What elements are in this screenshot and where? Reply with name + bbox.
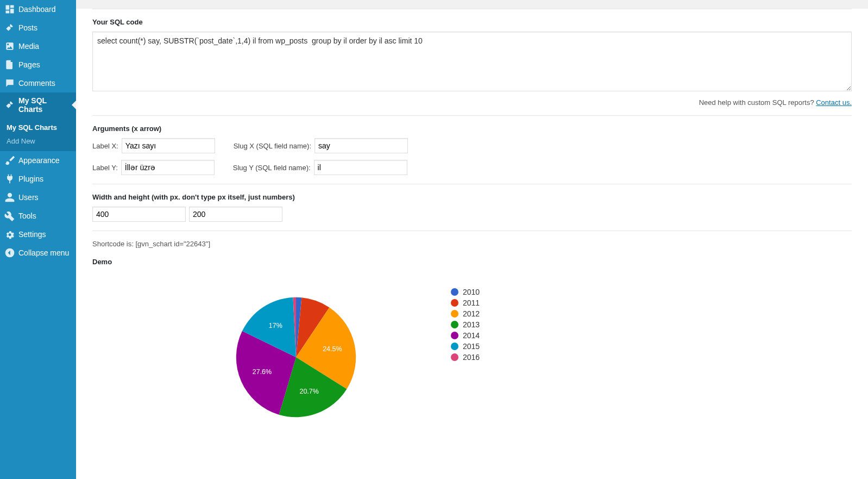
legend-item-2010[interactable]: 2010: [451, 288, 480, 296]
legend-item-2012[interactable]: 2012: [451, 309, 480, 318]
pie-chart-svg: 24.5%20.7%27.6%17%: [234, 288, 358, 427]
main-content: Move to Your SQL code select count(*) sa…: [76, 9, 868, 479]
sidebar-item-pages[interactable]: Pages: [0, 55, 76, 74]
legend-item-2015[interactable]: 2015: [451, 342, 480, 351]
sidebar-item-dashboard[interactable]: Dashboard: [0, 0, 76, 18]
sidebar-item-media[interactable]: Media: [0, 37, 76, 55]
label-x-input[interactable]: [122, 138, 215, 153]
sidebar-item-label: Users: [18, 193, 39, 202]
contact-us-link[interactable]: Contact us.: [816, 98, 852, 107]
sidebar-item-label: My SQL Charts: [18, 96, 72, 114]
pin-icon: [4, 22, 15, 33]
pie-slice-label-2012: 24.5%: [323, 345, 342, 353]
submenu-item-my-sql-charts[interactable]: My SQL Charts: [0, 121, 76, 134]
sidebar-item-tools[interactable]: Tools: [0, 207, 76, 225]
slug-x-input[interactable]: [315, 138, 408, 153]
dim-heading: Width and height (with px. don't type px…: [92, 193, 852, 201]
brush-icon: [4, 155, 15, 166]
settings-icon: [4, 229, 15, 240]
comment-icon: [4, 78, 15, 89]
pie-legend: 2010201120122013201420152016: [451, 288, 480, 364]
legend-dot-icon: [451, 353, 458, 361]
slug-x-caption: Slug X (SQL field name):: [234, 142, 311, 150]
legend-label: 2012: [463, 309, 480, 318]
admin-sidebar: DashboardPostsMediaPagesCommentsMy SQL C…: [0, 0, 76, 479]
pin-icon: [4, 99, 15, 110]
legend-label: 2010: [463, 288, 480, 296]
demo-heading: Demo: [92, 258, 852, 266]
sql-label: Your SQL code: [92, 18, 852, 26]
legend-dot-icon: [451, 288, 458, 296]
page-icon: [4, 59, 15, 70]
legend-dot-icon: [451, 299, 458, 307]
legend-item-2016[interactable]: 2016: [451, 353, 480, 362]
sidebar-item-plugins[interactable]: Plugins: [0, 170, 76, 188]
tool-icon: [4, 210, 15, 221]
height-input[interactable]: [189, 207, 282, 222]
legend-label: 2011: [463, 298, 480, 307]
label-y-caption: Label Y:: [92, 164, 118, 172]
media-icon: [4, 41, 15, 52]
sidebar-submenu: My SQL ChartsAdd New: [0, 117, 76, 151]
legend-item-2013[interactable]: 2013: [451, 320, 480, 329]
shortcode-text: Shortcode is: [gvn_schart id="22643"]: [92, 240, 852, 248]
user-icon: [4, 192, 15, 203]
pie-chart-container: 24.5%20.7%27.6%17% 201020112012201320142…: [234, 288, 852, 427]
legend-label: 2016: [463, 353, 480, 362]
arguments-heading: Arguments (x arrow): [92, 125, 852, 133]
slug-y-caption: Slug Y (SQL field name):: [233, 164, 311, 172]
sidebar-item-settings[interactable]: Settings: [0, 225, 76, 244]
legend-dot-icon: [451, 332, 458, 339]
label-x-caption: Label X:: [92, 142, 118, 150]
plug-icon: [4, 173, 15, 184]
slug-y-input[interactable]: [314, 160, 407, 175]
sidebar-item-label: Appearance: [18, 156, 60, 165]
submenu-item-add-new[interactable]: Add New: [0, 134, 76, 148]
help-line: Need help with custom SQL reports? Conta…: [92, 98, 852, 107]
sidebar-item-my-sql-charts[interactable]: My SQL Charts: [0, 92, 76, 117]
label-y-input[interactable]: [121, 160, 215, 175]
sidebar-item-users[interactable]: Users: [0, 188, 76, 207]
help-text: Need help with custom SQL reports?: [699, 98, 816, 107]
sidebar-item-label: Settings: [18, 230, 46, 239]
collapse-label: Collapse menu: [18, 248, 69, 257]
sidebar-item-label: Dashboard: [18, 5, 56, 14]
pie-slice-label-2014: 27.6%: [253, 368, 272, 376]
legend-item-2011[interactable]: 2011: [451, 298, 480, 307]
legend-dot-icon: [451, 310, 458, 318]
legend-label: 2015: [463, 342, 480, 351]
legend-label: 2014: [463, 331, 480, 340]
sidebar-item-label: Pages: [18, 60, 40, 69]
width-input[interactable]: [92, 207, 186, 222]
sidebar-item-label: Media: [18, 42, 39, 51]
legend-item-2014[interactable]: 2014: [451, 331, 480, 340]
sidebar-item-label: Plugins: [18, 175, 43, 183]
legend-label: 2013: [463, 320, 480, 329]
sidebar-item-comments[interactable]: Comments: [0, 74, 76, 92]
legend-dot-icon: [451, 343, 458, 350]
dashboard-icon: [4, 4, 15, 15]
sidebar-item-label: Posts: [18, 23, 37, 32]
pie-slice-label-2015: 17%: [269, 322, 282, 329]
collapse-menu[interactable]: Collapse menu: [0, 244, 76, 262]
pie-slice-label-2013: 20.7%: [300, 388, 319, 395]
sidebar-item-label: Tools: [18, 211, 36, 220]
sql-code-textarea[interactable]: select count(*) say, SUBSTR(`post_date`,…: [92, 32, 852, 91]
legend-dot-icon: [451, 321, 458, 328]
sidebar-item-appearance[interactable]: Appearance: [0, 151, 76, 170]
collapse-icon: [4, 247, 15, 258]
sidebar-item-label: Comments: [18, 79, 55, 88]
sidebar-item-posts[interactable]: Posts: [0, 18, 76, 37]
